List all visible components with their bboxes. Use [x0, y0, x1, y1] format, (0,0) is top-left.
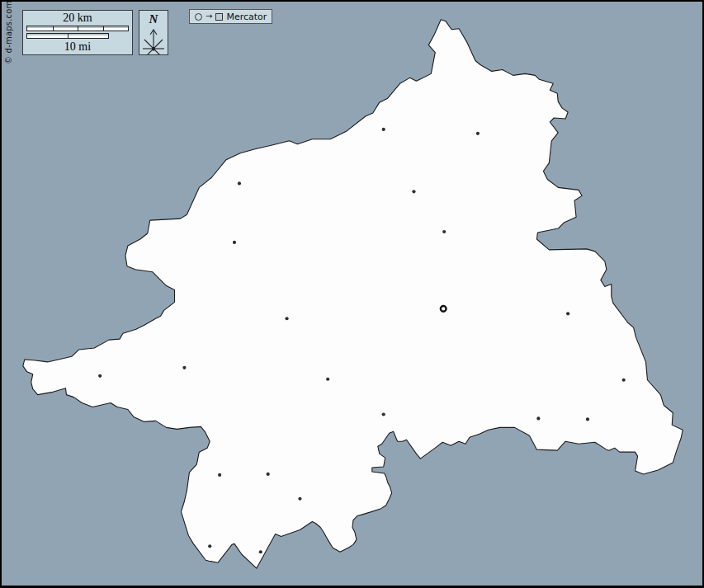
north-arrow-icon — [139, 26, 168, 54]
town-dot-marker — [259, 550, 262, 553]
town-dot-marker — [622, 379, 626, 382]
town-dot-marker — [476, 132, 480, 135]
scale-bar-panel: 20 km 10 mi — [22, 10, 133, 55]
square-icon — [215, 13, 223, 21]
town-dot-marker — [586, 417, 589, 421]
compass-panel: N — [139, 10, 168, 55]
scale-tick — [78, 26, 78, 31]
town-dot-marker — [298, 497, 301, 501]
scale-tick — [53, 26, 54, 31]
town-dot-marker — [326, 378, 329, 381]
copyright-label: © d-maps.com — [4, 1, 13, 65]
scale-mi-label: 10 mi — [64, 40, 91, 53]
town-dot-marker — [218, 473, 221, 477]
region-outline — [23, 20, 683, 568]
scale-km-bar — [26, 26, 129, 31]
scale-km-label: 20 km — [63, 12, 92, 24]
map-svg — [2, 2, 702, 586]
scale-mi-bar — [26, 33, 109, 39]
compass-n-label: N — [149, 12, 158, 26]
scale-tick — [103, 26, 104, 31]
projection-badge: → Mercator — [189, 9, 272, 24]
town-dot-marker — [285, 317, 288, 320]
town-dot-marker — [566, 312, 569, 315]
town-dot-marker — [267, 473, 270, 476]
circle-icon — [195, 13, 202, 21]
town-dot-marker — [233, 241, 236, 244]
map-canvas: © d-maps.com 20 km 10 mi N → — [0, 0, 704, 588]
town-dot-marker — [442, 230, 446, 233]
projection-label: Mercator — [226, 12, 267, 22]
town-dot-marker — [536, 416, 540, 420]
town-dot-marker — [98, 374, 102, 378]
town-dot-marker — [382, 412, 385, 416]
town-dot-marker — [382, 128, 385, 131]
capital-ring-marker — [441, 306, 446, 312]
town-dot-marker — [208, 544, 211, 548]
arrow-icon: → — [206, 12, 212, 21]
town-dot-marker — [238, 181, 241, 185]
town-dot-marker — [412, 190, 415, 193]
scale-tick — [68, 34, 69, 38]
town-dot-marker — [182, 366, 186, 369]
